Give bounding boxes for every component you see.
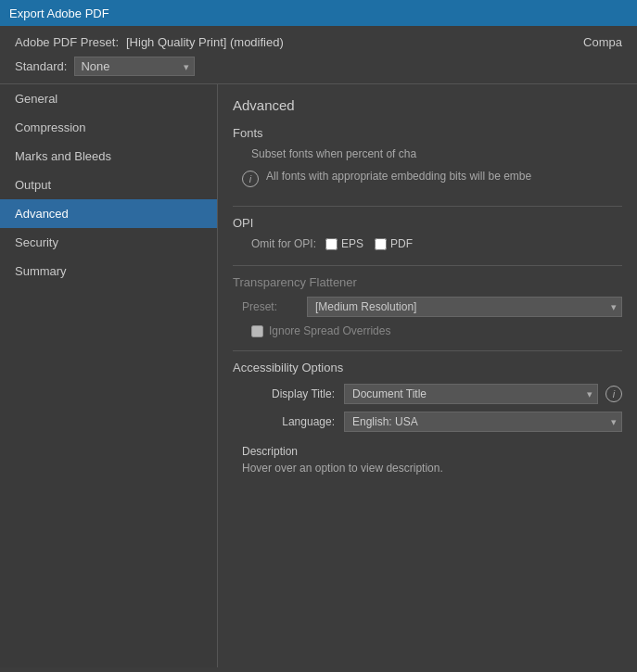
omit-label: Omit for OPI:	[251, 237, 316, 250]
sidebar-item-compression[interactable]: Compression	[0, 113, 217, 142]
access-title: Accessibility Options	[233, 361, 622, 374]
title-bar: Export Adobe PDF	[0, 0, 637, 26]
divider-1	[233, 206, 622, 207]
tf-preset-row: Preset: [Medium Resolution] [High Resolu…	[233, 297, 622, 317]
language-select[interactable]: English: USA French German Spanish	[344, 412, 622, 432]
description-text: Hover over an option to view description…	[242, 462, 622, 475]
content-panel: Advanced Fonts Subset fonts when percent…	[218, 84, 637, 667]
fonts-info-icon: i	[242, 171, 259, 187]
divider-2	[233, 265, 622, 266]
language-label: Language:	[242, 415, 335, 428]
tf-title: Transparency Flattener	[233, 275, 622, 289]
opi-eps-item: EPS	[325, 237, 363, 250]
fonts-title: Fonts	[233, 126, 622, 140]
accessibility-section: Accessibility Options Display Title: Doc…	[233, 361, 622, 432]
opi-section: OPI Omit for OPI: EPS PDF	[233, 216, 622, 250]
opi-eps-label: EPS	[341, 237, 363, 250]
opi-pdf-item: PDF	[375, 237, 413, 250]
display-title-select[interactable]: Document Title File Name	[344, 384, 598, 404]
language-row: Language: English: USA French German Spa…	[233, 412, 622, 432]
sidebar-item-general[interactable]: General	[0, 84, 217, 113]
language-select-wrapper: English: USA French German Spanish	[344, 412, 622, 432]
tf-preset-select[interactable]: [Medium Resolution] [High Resolution] [L…	[307, 297, 622, 317]
display-title-select-wrapper: Document Title File Name	[344, 384, 598, 404]
display-title-label: Display Title:	[242, 387, 335, 400]
display-title-info-button[interactable]: i	[605, 386, 622, 402]
display-title-row: Display Title: Document Title File Name …	[233, 384, 622, 404]
fonts-info-text: All fonts with appropriate embedding bit…	[266, 170, 531, 183]
description-title: Description	[242, 445, 622, 458]
section-title: Advanced	[233, 97, 622, 113]
description-section: Description Hover over an option to view…	[233, 445, 622, 475]
opi-eps-checkbox[interactable]	[325, 238, 338, 250]
tf-checkbox-row: Ignore Spread Overrides	[233, 324, 622, 337]
sidebar: General Compression Marks and Bleeds Out…	[0, 84, 218, 667]
title-bar-label: Export Adobe PDF	[9, 6, 109, 20]
sidebar-item-summary[interactable]: Summary	[0, 257, 217, 285]
top-controls: Adobe PDF Preset: [High Quality Print] (…	[0, 26, 637, 84]
opi-pdf-checkbox[interactable]	[375, 238, 387, 250]
main-area: General Compression Marks and Bleeds Out…	[0, 84, 637, 667]
opi-pdf-label: PDF	[390, 237, 413, 250]
opi-checkboxes: EPS PDF	[325, 237, 413, 250]
ignore-spread-overrides-label: Ignore Spread Overrides	[269, 324, 390, 337]
opi-row: Omit for OPI: EPS PDF	[233, 237, 622, 250]
transparency-flattener-section: Transparency Flattener Preset: [Medium R…	[233, 275, 622, 337]
sidebar-item-marks-and-bleeds[interactable]: Marks and Bleeds	[0, 142, 217, 171]
compat-label: Compa	[583, 35, 622, 49]
sidebar-item-advanced[interactable]: Advanced	[0, 199, 217, 228]
tf-preset-label: Preset:	[242, 300, 298, 313]
preset-value: [High Quality Print] (modified)	[126, 35, 284, 49]
standard-label: Standard:	[15, 59, 67, 73]
standard-select[interactable]: None PDF/A-1b PDF/X-1a PDF/X-3 PDF/X-4	[74, 57, 195, 76]
fonts-info-row: i All fonts with appropriate embedding b…	[233, 166, 622, 191]
sidebar-item-security[interactable]: Security	[0, 228, 217, 257]
tf-select-wrapper: [Medium Resolution] [High Resolution] [L…	[307, 297, 622, 317]
fonts-section: Fonts Subset fonts when percent of cha i…	[233, 126, 622, 191]
preset-label: Adobe PDF Preset:	[15, 35, 119, 49]
fonts-subset-row: Subset fonts when percent of cha	[233, 147, 622, 160]
ignore-spread-overrides-checkbox[interactable]	[251, 325, 263, 337]
divider-3	[233, 350, 622, 351]
subset-label: Subset fonts when percent of cha	[251, 147, 416, 160]
sidebar-item-output[interactable]: Output	[0, 171, 217, 199]
opi-title: OPI	[233, 216, 622, 230]
